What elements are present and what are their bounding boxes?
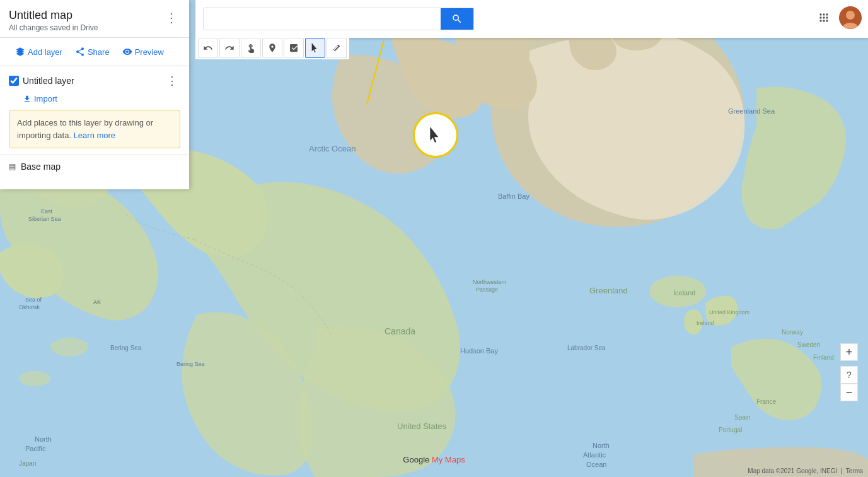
import-link[interactable]: Import bbox=[9, 93, 180, 105]
toolbar bbox=[195, 37, 349, 59]
zoom-controls: + ? − bbox=[840, 343, 858, 401]
zoom-out-button[interactable]: − bbox=[840, 384, 858, 401]
svg-text:North: North bbox=[593, 442, 610, 449]
top-bar bbox=[195, 0, 868, 38]
zoom-in-button[interactable]: + bbox=[840, 343, 858, 361]
svg-text:Bering Sea: Bering Sea bbox=[110, 344, 142, 351]
apps-grid-button[interactable] bbox=[814, 8, 834, 28]
svg-text:Northwestern: Northwestern bbox=[473, 279, 507, 285]
svg-text:North: North bbox=[35, 435, 52, 443]
layer-header: Untitled layer ⋮ bbox=[9, 73, 180, 89]
svg-point-7 bbox=[19, 371, 50, 386]
hand-tool-button[interactable] bbox=[241, 38, 261, 58]
layer-section: Untitled layer ⋮ Import Add places to th… bbox=[0, 66, 189, 155]
base-map-section[interactable]: ▤ Base map bbox=[0, 155, 189, 178]
google-my-maps-watermark: Google My Maps bbox=[403, 455, 465, 464]
copyright-text: Map data ©2021 Google, INEGI | Terms bbox=[748, 468, 863, 474]
svg-text:Norway: Norway bbox=[782, 329, 803, 336]
help-button[interactable]: ? bbox=[840, 366, 858, 384]
svg-text:Finland: Finland bbox=[813, 354, 834, 361]
user-avatar[interactable] bbox=[839, 6, 862, 29]
svg-text:Atlantic: Atlantic bbox=[583, 451, 606, 459]
ruler-button[interactable] bbox=[327, 38, 347, 58]
svg-text:East: East bbox=[41, 208, 53, 215]
share-button[interactable]: Share bbox=[69, 43, 116, 61]
svg-text:France: France bbox=[756, 398, 777, 405]
svg-point-6 bbox=[50, 338, 88, 356]
svg-text:Greenland: Greenland bbox=[589, 286, 628, 295]
add-marker-button[interactable] bbox=[262, 38, 282, 58]
svg-text:Pacific: Pacific bbox=[25, 445, 46, 452]
svg-text:Labrador Sea: Labrador Sea bbox=[567, 344, 606, 351]
svg-text:Greenland Sea: Greenland Sea bbox=[728, 107, 775, 115]
svg-point-42 bbox=[846, 11, 855, 20]
svg-text:Baffin Bay: Baffin Bay bbox=[498, 192, 529, 200]
svg-text:Okhotsk: Okhotsk bbox=[19, 304, 40, 310]
base-map-label: Base map bbox=[21, 162, 61, 172]
learn-more-link[interactable]: Learn more bbox=[74, 131, 115, 140]
undo-button[interactable] bbox=[198, 38, 218, 58]
svg-text:Iceland: Iceland bbox=[673, 289, 695, 297]
svg-text:Morocco: Morocco bbox=[722, 452, 746, 459]
side-panel: Untitled map All changes saved in Drive … bbox=[0, 0, 189, 189]
panel-header: Untitled map All changes saved in Drive … bbox=[0, 0, 189, 38]
svg-text:Ireland: Ireland bbox=[697, 320, 714, 326]
top-right-controls bbox=[814, 6, 862, 29]
svg-text:Bering Sea: Bering Sea bbox=[176, 361, 205, 367]
search-input[interactable] bbox=[204, 8, 441, 30]
draw-line-button[interactable] bbox=[284, 38, 304, 58]
svg-text:Japan: Japan bbox=[19, 460, 36, 467]
add-layer-button[interactable]: Add layer bbox=[9, 43, 69, 61]
preview-button[interactable]: Preview bbox=[116, 43, 170, 61]
panel-actions: Add layer Share Preview bbox=[0, 38, 189, 66]
svg-text:AK: AK bbox=[93, 299, 101, 305]
redo-button[interactable] bbox=[219, 38, 240, 58]
svg-text:Portugal: Portugal bbox=[719, 427, 742, 433]
svg-text:Spain: Spain bbox=[734, 414, 751, 421]
layer-checkbox[interactable] bbox=[9, 76, 19, 86]
terms-link[interactable]: Terms bbox=[846, 468, 863, 474]
search-button[interactable] bbox=[441, 8, 473, 30]
svg-text:Sea of: Sea of bbox=[25, 297, 42, 303]
svg-text:Hudson Bay: Hudson Bay bbox=[460, 347, 498, 355]
svg-text:Ocean: Ocean bbox=[586, 461, 606, 468]
svg-text:United Kingdom: United Kingdom bbox=[709, 309, 749, 315]
search-bar bbox=[203, 8, 474, 30]
hint-box: Add places to this layer by drawing or i… bbox=[9, 110, 180, 148]
map-menu-button[interactable]: ⋮ bbox=[163, 9, 180, 26]
cursor-select-button[interactable] bbox=[305, 38, 325, 58]
svg-text:Passage: Passage bbox=[476, 286, 498, 293]
svg-text:Siberian Sea: Siberian Sea bbox=[28, 216, 61, 222]
svg-text:United States: United States bbox=[397, 421, 447, 431]
svg-text:Arctic Ocean: Arctic Ocean bbox=[309, 144, 356, 153]
layer-menu-button[interactable]: ⋮ bbox=[164, 73, 180, 89]
svg-text:Sweden: Sweden bbox=[797, 341, 820, 348]
map-subtitle: All changes saved in Drive bbox=[9, 23, 98, 32]
layer-name: Untitled layer bbox=[23, 76, 74, 86]
map-title: Untitled map bbox=[9, 9, 98, 22]
svg-text:Canada: Canada bbox=[385, 326, 415, 336]
